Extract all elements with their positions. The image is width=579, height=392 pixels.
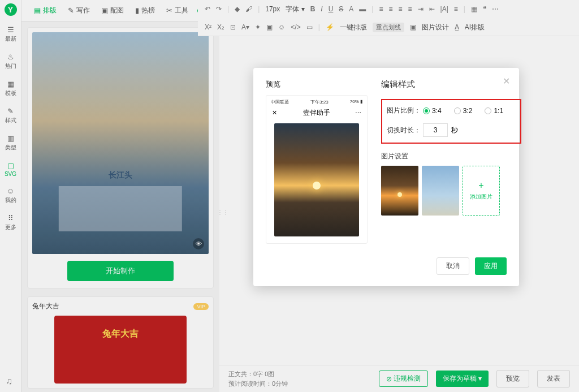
write-icon: ✎ [68, 6, 74, 15]
user-icon: ☺ [6, 186, 15, 195]
bottom-bar: 正文共：0字 0图 预计阅读时间：0分钟 ⊘违规检测 保存为草稿 ▾ 预览 发表 [219, 365, 579, 392]
subscript-icon[interactable]: X₂ [217, 23, 224, 31]
align-right-icon[interactable]: ≡ [399, 5, 403, 13]
cancel-button[interactable]: 取消 [437, 257, 469, 275]
rail-item-template[interactable]: ▦模板 [0, 75, 21, 102]
modal-title: 编辑样式 [381, 79, 521, 90]
brush-icon[interactable]: 🖌 [245, 5, 252, 13]
rail-item-type[interactable]: ▥类型 [0, 129, 21, 156]
panel-drag-handle[interactable]: ⋮⋮ [217, 209, 228, 216]
underline-icon[interactable]: U [329, 5, 334, 13]
violation-check-button[interactable]: ⊘违规检测 [379, 371, 428, 387]
table-icon[interactable]: ▦ [471, 5, 477, 13]
template-panel: 长江头 👁 开始制作 兔年大吉 VIP 兔年大吉 [21, 21, 219, 392]
start-create-button[interactable]: 开始制作 [67, 261, 173, 281]
rail-item-svg[interactable]: ▢SVG [0, 156, 21, 182]
template-preview-2[interactable]: 兔年大吉 [54, 316, 187, 384]
rank-icon: ▮ [135, 6, 139, 15]
duration-input[interactable] [423, 123, 448, 137]
ai-icon: A̲ [455, 23, 459, 31]
save-draft-button[interactable]: 保存为草稿 ▾ [436, 371, 489, 387]
align-justify-icon[interactable]: ≡ [408, 5, 412, 13]
pic-icon: ▣ [410, 23, 416, 31]
app-logo[interactable]: Y [5, 3, 17, 16]
list-icon: ☰ [6, 25, 15, 34]
font-size-select[interactable]: 17px [265, 5, 280, 13]
template-card-2: 兔年大吉 VIP 兔年大吉 [27, 296, 214, 389]
duration-label: 切换时长： [387, 126, 423, 135]
left-rail: Y ☰最新 ♨热门 ▦模板 ✎样式 ▥类型 ▢SVG ☺我的 ⠿更多 [0, 0, 21, 392]
tab-layout[interactable]: ▤排版 [28, 0, 62, 21]
thumb-image-2[interactable] [422, 166, 459, 216]
date-icon[interactable]: ▭ [306, 23, 313, 31]
preview-button[interactable]: 预览 [496, 370, 529, 387]
support-icon[interactable]: ♫ [6, 376, 12, 386]
rail-item-mine[interactable]: ☺我的 [0, 182, 21, 209]
fire-icon: ♨ [6, 52, 15, 61]
clear-format-icon[interactable]: ◆ [235, 5, 240, 13]
add-image-button[interactable]: + 添加图片 [463, 166, 500, 216]
shield-icon: ⊘ [386, 375, 392, 383]
highlight-line[interactable]: 重点划线 [373, 23, 404, 32]
emoji-icon[interactable]: ☺ [278, 23, 285, 31]
template-preview-1[interactable]: 长江头 👁 [32, 32, 209, 254]
phone-battery: 70% ▮ [350, 99, 362, 105]
ratio-3-2[interactable]: 3:2 [454, 107, 473, 115]
rail-item-hot[interactable]: ♨热门 [0, 48, 21, 75]
phone-menu-icon: ⋯ [355, 109, 361, 117]
duration-unit: 秒 [451, 126, 458, 135]
ai-layout[interactable]: AI排版 [465, 23, 485, 32]
tools-icon: ✂ [166, 6, 172, 15]
thumb-image-1[interactable] [381, 166, 418, 216]
text-color-icon[interactable]: A▾ [241, 23, 249, 31]
apply-button[interactable]: 应用 [475, 257, 507, 275]
code-icon[interactable]: </> [291, 23, 300, 31]
superscript-icon[interactable]: X² [205, 23, 211, 31]
font-family-select[interactable]: 字体 ▾ [286, 5, 304, 14]
tab-write[interactable]: ✎写作 [62, 0, 96, 21]
ratio-1-1[interactable]: 1:1 [485, 107, 503, 115]
spacing-icon[interactable]: |A| [440, 5, 448, 13]
pic-design[interactable]: 图片设计 [422, 23, 449, 32]
insert-image-icon[interactable]: ▣ [266, 23, 273, 31]
ratio-label: 图片比例： [387, 106, 423, 115]
phone-carrier: 中国联通 [271, 99, 289, 105]
format-icon[interactable]: ⊡ [230, 23, 236, 31]
highlight-icon[interactable]: ▬ [359, 5, 366, 13]
editor-toolbar: ↶ ↷ | ◆ 🖌 | 17px 字体 ▾ B I U S A ▬ | ≡ ≡ … [198, 0, 579, 36]
rail-item-more[interactable]: ⠿更多 [0, 209, 21, 236]
edit-style-modal: ✕ 预览 中国联通 下午3:23 70% ▮ ✕ 壹伴助手 ⋯ 编辑样式 [253, 68, 519, 286]
ratio-3-4[interactable]: 3:4 [423, 107, 442, 115]
preview-label: 预览 [266, 79, 368, 89]
tab-image[interactable]: ▣配图 [96, 0, 129, 21]
align-center-icon[interactable]: ≡ [388, 5, 392, 13]
plus-icon: + [478, 180, 483, 191]
rail-item-latest[interactable]: ☰最新 [0, 20, 21, 48]
tab-rank[interactable]: ▮热榜 [129, 0, 161, 21]
tab-tools[interactable]: ✂工具 [161, 0, 194, 21]
strike-icon[interactable]: S [339, 5, 343, 13]
phone-preview-image [274, 123, 359, 236]
square-icon: ▢ [6, 161, 15, 170]
phone-app-title: 壹伴助手 [303, 108, 330, 118]
redo-icon[interactable]: ↷ [216, 5, 222, 13]
bold-icon[interactable]: B [310, 5, 316, 13]
indent-icon[interactable]: ⇥ [418, 5, 424, 13]
one-click-layout[interactable]: 一键排版 [340, 23, 367, 32]
outdent-icon[interactable]: ⇤ [429, 5, 435, 13]
font-color-icon[interactable]: A [349, 5, 353, 13]
rail-item-style[interactable]: ✎样式 [0, 102, 21, 129]
image-settings-label: 图片设置 [381, 152, 521, 161]
modal-close-icon[interactable]: ✕ [503, 76, 510, 87]
phone-preview: 中国联通 下午3:23 70% ▮ ✕ 壹伴助手 ⋯ [266, 95, 368, 244]
align-left-icon[interactable]: ≡ [379, 5, 383, 13]
undo-icon[interactable]: ↶ [205, 5, 210, 13]
italic-icon[interactable]: I [321, 5, 322, 13]
magic-icon[interactable]: ✦ [255, 23, 261, 31]
line-height-icon[interactable]: ≡ [454, 5, 458, 13]
preview-eye-icon[interactable]: 👁 [193, 238, 204, 249]
publish-button[interactable]: 发表 [537, 370, 570, 387]
more-tb-icon[interactable]: ⋯ [492, 5, 499, 13]
dots-icon: ⠿ [6, 213, 15, 222]
quote-icon[interactable]: ❝ [483, 5, 486, 13]
